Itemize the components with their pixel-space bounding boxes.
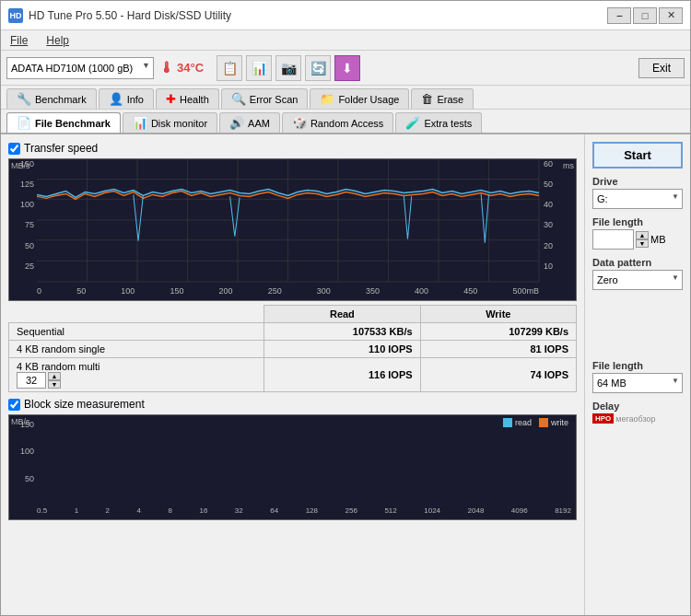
start-button[interactable]: Start [592, 142, 683, 169]
file-length2-label: File length [592, 360, 683, 371]
row-sequential-read: 107533 KB/s [264, 323, 420, 341]
block-size-chart: MB/s read write 150 100 [8, 414, 577, 520]
y-axis-right: 60 50 40 30 20 10 [541, 159, 576, 282]
file-len-spin-up[interactable]: ▲ [636, 231, 649, 239]
menu-file[interactable]: File [6, 33, 31, 48]
erase-icon: 🗑 [421, 92, 433, 106]
file-length-input[interactable]: 500 [592, 229, 634, 250]
row-single-write: 81 IOPS [420, 341, 576, 358]
toolbar-icon-refresh[interactable]: 🔄 [305, 55, 331, 81]
x-axis: 0 50 100 150 200 250 300 350 400 450 500… [37, 282, 539, 300]
main-panel: Transfer speed MB/s ms 150 125 100 75 50… [1, 134, 584, 615]
tabs-row1: 🔧 Benchmark 👤 Info ✚ Health 🔍 Error Scan… [1, 86, 690, 110]
menu-help[interactable]: Help [42, 33, 73, 48]
file-length2-select-wrap: 64 MB 128 MB 256 MB [592, 373, 683, 393]
random-access-icon: 🎲 [292, 116, 307, 130]
menu-bar: File Help [1, 30, 690, 51]
benchmark-svg [37, 159, 539, 282]
row-sequential-write: 107299 KB/s [420, 323, 576, 341]
file-length-row: 500 ▲ ▼ MB [592, 229, 683, 250]
transfer-speed-header: Transfer speed [8, 142, 577, 155]
tab-error-scan[interactable]: 🔍 Error Scan [221, 88, 309, 109]
tab-file-benchmark[interactable]: 📄 File Benchmark [6, 112, 121, 133]
toolbar-icon-copy[interactable]: 📋 [217, 55, 242, 81]
file-length-label: File length [592, 216, 683, 227]
folder-usage-icon: 📁 [320, 92, 334, 106]
row-multi-write: 74 IOPS [420, 358, 576, 392]
delay-control: Delay НРО мегаобзор [592, 401, 683, 424]
toolbar-icon-chart[interactable]: 📊 [246, 55, 272, 81]
exit-button[interactable]: Exit [638, 58, 685, 78]
tab-health[interactable]: ✚ Health [156, 88, 219, 109]
transfer-speed-toggle[interactable]: Transfer speed [8, 142, 98, 155]
data-pattern-select[interactable]: Zero Random All ones [592, 270, 683, 290]
delay-label: Delay [592, 401, 683, 412]
results-table: Read Write Sequential 107533 KB/s 107299… [8, 305, 577, 392]
spin-down[interactable]: ▼ [48, 380, 61, 389]
file-length2-select[interactable]: 64 MB 128 MB 256 MB [592, 373, 683, 393]
row-single-read: 110 IOPS [264, 341, 420, 358]
file-length2-control: File length 64 MB 128 MB 256 MB [592, 360, 683, 393]
data-pattern-label: Data pattern [592, 257, 683, 268]
window-controls: ‒ □ ✕ [607, 7, 683, 24]
spacer [592, 297, 683, 353]
health-icon: ✚ [166, 92, 176, 106]
title-bar: HD HD Tune Pro 5.50 - Hard Disk/SSD Util… [1, 1, 690, 30]
block-y-axis: 150 100 50 [9, 420, 37, 501]
info-icon: 👤 [109, 92, 123, 106]
block-size-label: Block size measurement [24, 398, 145, 411]
tab-folder-usage[interactable]: 📁 Folder Usage [310, 88, 409, 109]
table-row-sequential: Sequential 107533 KB/s 107299 KB/s [9, 323, 577, 341]
extra-tests-icon: 🧪 [405, 116, 420, 130]
file-length-unit: MB [650, 234, 666, 245]
side-panel: Start Drive G: C: D: File length 500 ▲ [584, 134, 690, 615]
temperature-display: 🌡 34°C [159, 60, 204, 76]
row-multi-read: 116 IOPS [264, 358, 420, 392]
toolbar-icons: 📋 📊 📷 🔄 ⬇ [217, 55, 360, 81]
tab-extra-tests[interactable]: 🧪 Extra tests [395, 112, 482, 133]
content-area: Transfer speed MB/s ms 150 125 100 75 50… [1, 134, 690, 615]
table-row-multi: 4 KB random multi ▲ ▼ [9, 358, 577, 392]
tab-info[interactable]: 👤 Info [99, 88, 154, 109]
file-len-spin-down[interactable]: ▼ [636, 239, 649, 248]
benchmark-icon: 🔧 [17, 92, 31, 106]
toolbar-icon-camera[interactable]: 📷 [275, 55, 301, 81]
block-size-toggle[interactable]: Block size measurement [8, 398, 145, 411]
block-size-header: Block size measurement [8, 398, 577, 411]
block-bars [37, 420, 571, 501]
app-icon: HD [8, 8, 23, 23]
window-title: HD Tune Pro 5.50 - Hard Disk/SSD Utility [29, 9, 607, 22]
tab-random-access[interactable]: 🎲 Random Access [282, 112, 393, 133]
watermark-logo: НРО мегаобзор [592, 413, 683, 424]
main-window: HD HD Tune Pro 5.50 - Hard Disk/SSD Util… [0, 0, 691, 616]
data-pattern-control: Data pattern Zero Random All ones [592, 257, 683, 290]
spin-up[interactable]: ▲ [48, 372, 61, 380]
block-x-axis: 0.5 1 2 4 8 16 32 64 128 256 512 1024 20… [37, 501, 571, 519]
row-multi-label: 4 KB random multi ▲ ▼ [9, 358, 264, 392]
maximize-button[interactable]: □ [633, 7, 657, 24]
close-button[interactable]: ✕ [659, 7, 683, 24]
tab-disk-monitor[interactable]: 📊 Disk monitor [123, 112, 217, 133]
transfer-speed-section: Transfer speed MB/s ms 150 125 100 75 50… [8, 142, 577, 392]
col-read: Read [264, 306, 420, 323]
tab-erase[interactable]: 🗑 Erase [411, 88, 474, 109]
drive-select-wrap: G: C: D: [592, 189, 683, 209]
file-length-control: File length 500 ▲ ▼ MB [592, 216, 683, 250]
error-scan-icon: 🔍 [231, 92, 246, 106]
tab-benchmark[interactable]: 🔧 Benchmark [6, 88, 97, 109]
minimize-button[interactable]: ‒ [607, 7, 631, 24]
tab-aam[interactable]: 🔊 AAM [219, 112, 280, 133]
drive-selector-wrap: ADATA HD710M (1000 gB) [6, 57, 154, 79]
toolbar-icon-download[interactable]: ⬇ [334, 55, 360, 81]
row-single-label: 4 KB random single [9, 341, 264, 358]
col-write: Write [420, 306, 576, 323]
multi-spinner: ▲ ▼ [17, 372, 256, 389]
disk-monitor-icon: 📊 [133, 116, 147, 130]
table-row-single: 4 KB random single 110 IOPS 81 IOPS [9, 341, 577, 358]
transfer-speed-checkbox[interactable] [8, 143, 20, 155]
watermark-area: НРО мегаобзор [592, 413, 683, 424]
drive-selector[interactable]: ADATA HD710M (1000 gB) [6, 57, 154, 79]
drive-select[interactable]: G: C: D: [592, 189, 683, 209]
multi-queue-input[interactable] [17, 372, 46, 389]
block-size-checkbox[interactable] [8, 399, 20, 411]
